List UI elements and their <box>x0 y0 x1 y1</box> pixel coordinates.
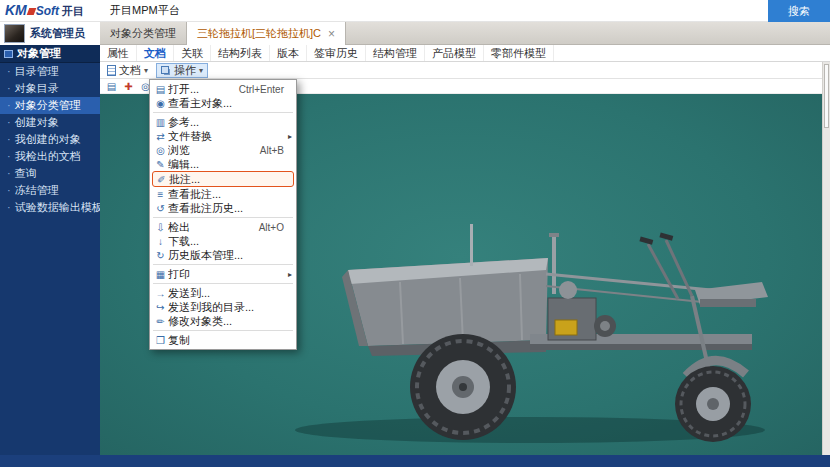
sidebar-item-label: 我检出的文档 <box>15 148 81 165</box>
sidebar-item-query[interactable]: · 查询 <box>0 165 100 182</box>
sidebar-item-my-created-objects[interactable]: · 我创建的对象 <box>0 131 100 148</box>
tab-structure-management[interactable]: 结构管理 <box>366 45 425 61</box>
menu-item-edit[interactable]: ✎ 编辑... <box>150 157 296 171</box>
menu-item-send-to[interactable]: → 发送到... <box>150 286 296 300</box>
sidebar-item-test-data-output-template[interactable]: · 试验数据输出模板 <box>0 199 100 216</box>
item-bullet-icon: · <box>7 80 11 97</box>
menu-item-modify-object-class[interactable]: ✏ 修改对象类... <box>150 314 296 328</box>
platform-title: 开目MPM平台 <box>110 3 180 18</box>
tab-documents[interactable]: 文档 <box>137 45 174 61</box>
item-bullet-icon: · <box>7 131 11 148</box>
sidebar-item-freeze-management[interactable]: · 冻结管理 <box>0 182 100 199</box>
menu-item-label: 打印 <box>168 267 276 282</box>
sidebar-item-object-directory[interactable]: · 对象目录 <box>0 80 100 97</box>
action-icon <box>161 66 169 74</box>
item-bullet-icon: · <box>7 148 11 165</box>
menu-item-history-version-management[interactable]: ↻ 历史版本管理... <box>150 248 296 262</box>
document-toolbar: 文档 ▾ 操作 ▾ <box>100 62 830 79</box>
menu-item-view-annotations[interactable]: ≡ 查看批注... <box>150 187 296 201</box>
menu-item-label: 修改对象类... <box>168 314 276 329</box>
annotate-icon: ✐ <box>154 174 169 185</box>
content-area: 属性 文档 关联 结构列表 版本 签审历史 结构管理 产品模型 零部件模型 文档… <box>100 45 830 455</box>
annotation-history-icon: ↺ <box>153 203 168 214</box>
search-button[interactable]: 搜索 <box>768 0 830 22</box>
object-management-icon <box>4 50 13 58</box>
menu-item-label: 编辑... <box>168 157 276 172</box>
menu-item-copy[interactable]: ❐ 复制 <box>150 333 296 347</box>
menu-item-label: 打开... <box>168 82 231 97</box>
tab-part-model[interactable]: 零部件模型 <box>484 45 554 61</box>
menu-item-annotate[interactable]: ✐ 批注... <box>152 171 294 187</box>
sidebar-item-my-checked-out-docs[interactable]: · 我检出的文档 <box>0 148 100 165</box>
sidebar: 对象管理 · 目录管理 · 对象目录 · 对象分类管理 · 创建对象 · 我创建… <box>0 45 100 455</box>
send-to-my-directory-icon: ↪ <box>153 302 168 313</box>
user-and-tab-row: 系统管理员 对象分类管理 三轮拖拉机[三轮拖拉机]C × <box>0 22 830 45</box>
move-icon[interactable]: ✚ <box>122 80 135 93</box>
view-main-object-icon: ◉ <box>153 98 168 109</box>
menu-item-label: 查看批注历史... <box>168 201 276 216</box>
tab-versions[interactable]: 版本 <box>270 45 307 61</box>
menu-item-reference[interactable]: ▥ 参考... <box>150 115 296 129</box>
menu-item-open[interactable]: ▤ 打开... Ctrl+Enter <box>150 82 296 96</box>
file-replace-icon: ⇄ <box>153 131 168 142</box>
item-bullet-icon: · <box>7 97 11 114</box>
tab-structure-list[interactable]: 结构列表 <box>211 45 270 61</box>
menu-separator <box>153 330 293 331</box>
vertical-scrollbar[interactable] <box>822 62 830 455</box>
menu-item-checkout[interactable]: ⇩ 检出 Alt+O <box>150 220 296 234</box>
tab-product-model[interactable]: 产品模型 <box>425 45 484 61</box>
sidebar-item-label: 目录管理 <box>15 63 59 80</box>
menu-item-view-main-object[interactable]: ◉ 查看主对象... <box>150 96 296 110</box>
tab-close-icon[interactable]: × <box>328 28 335 40</box>
modify-object-class-icon: ✏ <box>153 316 168 327</box>
menu-item-print[interactable]: ▦ 打印 ▸ <box>150 267 296 281</box>
sidebar-section-label: 对象管理 <box>17 46 61 61</box>
open-icon: ▤ <box>153 84 168 95</box>
item-bullet-icon: · <box>7 182 11 199</box>
menu-item-shortcut: Alt+O <box>259 222 284 233</box>
menu-item-browse[interactable]: ◎ 浏览 Alt+B <box>150 143 296 157</box>
menu-item-label: 文件替换 <box>168 129 276 144</box>
menu-item-label: 参考... <box>168 115 276 130</box>
tab-associations[interactable]: 关联 <box>174 45 211 61</box>
menu-item-file-replace[interactable]: ⇄ 文件替换 ▸ <box>150 129 296 143</box>
menu-item-shortcut: Ctrl+Enter <box>239 84 284 95</box>
tab-approval-history[interactable]: 签审历史 <box>307 45 366 61</box>
sidebar-item-catalog-management[interactable]: · 目录管理 <box>0 63 100 80</box>
document-icon[interactable]: ▤ <box>105 80 118 93</box>
tab-properties[interactable]: 属性 <box>100 45 137 61</box>
window-tab-bar: 对象分类管理 三轮拖拉机[三轮拖拉机]C × <box>100 22 830 45</box>
sidebar-item-label: 试验数据输出模板 <box>15 199 100 216</box>
menu-item-view-annotation-history[interactable]: ↺ 查看批注历史... <box>150 201 296 215</box>
action-dropdown-menu: ▤ 打开... Ctrl+Enter ◉ 查看主对象... ▥ 参考... ⇄ … <box>149 79 297 350</box>
checkout-icon: ⇩ <box>153 222 168 233</box>
document-dropdown-button[interactable]: 文档 ▾ <box>102 63 153 78</box>
menu-item-label: 查看主对象... <box>168 96 276 111</box>
reference-icon: ▥ <box>153 117 168 128</box>
item-bullet-icon: · <box>7 199 11 216</box>
scrollbar-thumb[interactable] <box>824 64 829 128</box>
edit-icon: ✎ <box>153 159 168 170</box>
chevron-down-icon: ▾ <box>199 66 203 75</box>
sidebar-item-object-classification[interactable]: · 对象分类管理 <box>0 97 100 114</box>
kmsoft-logo: KM Soft 开目 <box>5 2 84 19</box>
browse-icon: ◎ <box>153 145 168 156</box>
tab-tractor-document[interactable]: 三轮拖拉机[三轮拖拉机]C × <box>186 22 346 45</box>
menu-item-label: 查看批注... <box>168 187 276 202</box>
user-block: 系统管理员 <box>0 22 100 45</box>
logo-soft-text: Soft <box>36 4 59 18</box>
user-avatar[interactable] <box>4 24 25 43</box>
history-version-icon: ↻ <box>153 250 168 261</box>
action-dropdown-button[interactable]: 操作 ▾ <box>156 63 208 78</box>
menu-item-label: 检出 <box>168 220 251 235</box>
sidebar-item-label: 创建对象 <box>15 114 59 131</box>
tab-object-classification[interactable]: 对象分类管理 <box>100 22 186 44</box>
item-bullet-icon: · <box>7 165 11 182</box>
sidebar-item-label: 查询 <box>15 165 37 182</box>
menu-item-download[interactable]: ↓ 下载... <box>150 234 296 248</box>
item-bullet-icon: · <box>7 63 11 80</box>
sidebar-item-create-object[interactable]: · 创建对象 <box>0 114 100 131</box>
chevron-down-icon: ▾ <box>144 66 148 75</box>
menu-item-send-to-my-directory[interactable]: ↪ 发送到我的目录... <box>150 300 296 314</box>
sidebar-section-header: 对象管理 <box>0 45 100 63</box>
